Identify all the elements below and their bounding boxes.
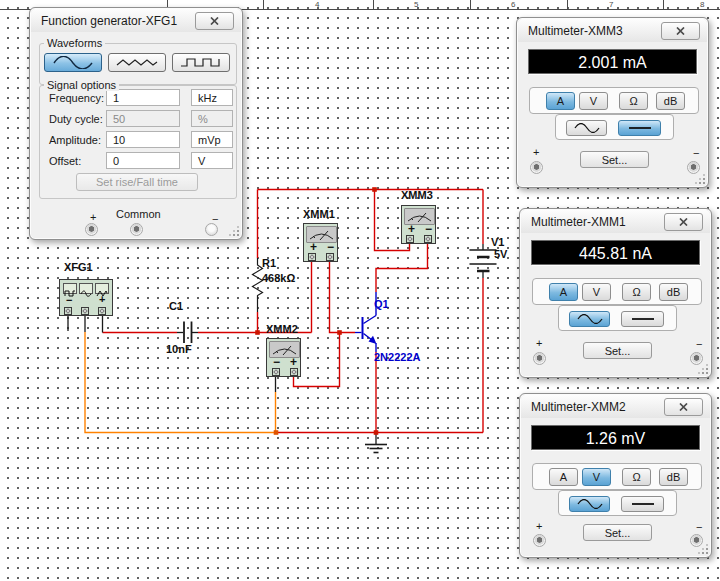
plus-terminal [533,534,546,547]
meter-terminal[interactable] [326,253,334,261]
plus-terminal-label: + [90,211,96,223]
q1-label[interactable]: Q1 [374,298,389,310]
mode-panel: A V Ω dB [529,87,699,114]
current-mode-button[interactable]: A [549,468,578,486]
xmm2-meter-icon[interactable]: − + [266,338,301,377]
resistance-mode-button[interactable]: Ω [622,283,651,301]
r1-label[interactable]: R1 [262,257,276,269]
current-mode-button[interactable]: A [549,283,578,301]
offset-unit[interactable]: V [191,152,233,169]
v1-label[interactable]: V1 [491,236,504,248]
meter-terminal[interactable] [290,368,298,376]
meter-left-sign: + [408,223,415,235]
xfg-common-terminal[interactable] [81,307,89,315]
signal-options-group-label: Signal options [44,79,119,91]
xmm1-label[interactable]: XMM1 [303,208,335,220]
triangle-wave-button[interactable] [108,53,166,72]
ac-mode-button[interactable] [566,120,607,136]
function-generator-titlebar[interactable]: Function generator-XFG1 [31,9,241,32]
duty-cycle-unit[interactable]: % [191,110,233,127]
resize-grip[interactable] [698,544,708,554]
xfg1-label[interactable]: XFG1 [64,261,93,273]
ac-mode-button[interactable] [569,496,610,512]
meter-left-sign: + [310,241,317,253]
window-title: Multimeter-XMM1 [531,215,626,229]
xmm1-meter-icon[interactable]: + − [303,223,338,262]
close-button[interactable] [661,22,700,40]
xmm2-label[interactable]: XMM2 [266,323,298,335]
voltage-mode-button[interactable]: V [582,283,611,301]
offset-input[interactable]: 0 [106,152,180,169]
meter-terminal[interactable] [308,253,316,261]
plus-terminal [530,161,543,174]
sine-wave-button[interactable] [44,53,102,72]
mode-panel: A V Ω dB [532,278,702,305]
close-button[interactable] [664,398,703,416]
frequency-unit[interactable]: kHz [191,89,233,106]
resize-grip[interactable] [229,226,239,236]
meter-terminal[interactable] [272,368,280,376]
battery-v1-symbol[interactable] [470,244,497,278]
q1-value-label[interactable]: 2N2222A [374,351,420,363]
coupling-panel [555,114,674,140]
set-button[interactable]: Set... [583,342,652,359]
resistance-mode-button[interactable]: Ω [622,468,651,486]
amplitude-label: Amplitude: [49,134,101,146]
sine-waveform-icon [79,283,93,294]
xmm3-label[interactable]: XMM3 [401,189,433,201]
multimeter-titlebar[interactable]: Multimeter-XMM3 [518,19,707,42]
resistance-mode-button[interactable]: Ω [619,92,648,110]
decibel-mode-button[interactable]: dB [656,92,685,110]
plus-terminal [85,223,98,236]
ac-mode-icon [576,499,604,509]
resize-grip[interactable] [698,364,708,374]
minus-terminal [687,161,700,174]
minus-terminal-label: − [693,147,699,159]
coupling-panel [558,305,677,331]
set-rise-fall-time-button[interactable]: Set rise/Fall time [76,173,198,191]
window-title: Function generator-XFG1 [41,14,177,28]
decibel-mode-button[interactable]: dB [659,283,688,301]
close-button[interactable] [664,213,703,231]
resistor-r1-symbol[interactable] [253,258,263,312]
multisim-workspace: { "ruler": { "labels": ["4", "5", "6", "… [0,0,720,581]
amplitude-unit[interactable]: mVp [191,131,233,148]
square-wave-button[interactable] [172,53,230,72]
ac-mode-button[interactable] [569,311,610,327]
dc-mode-button[interactable] [618,120,661,136]
r1-value-label[interactable]: 468kΩ [262,272,295,284]
close-icon [679,218,688,226]
meter-terminal[interactable] [406,235,414,243]
decibel-mode-button[interactable]: dB [659,468,688,486]
frequency-input[interactable]: 1 [106,89,180,106]
duty-cycle-input[interactable]: 50 [106,110,180,127]
amplitude-input[interactable]: 10 [106,131,180,148]
resize-grip[interactable] [695,174,705,184]
voltage-mode-button[interactable]: V [582,468,611,486]
close-button[interactable] [195,12,234,30]
multimeter-display: 445.81 nA [531,240,700,265]
square-waveform-icon [179,56,223,69]
dc-mode-button[interactable] [621,311,664,327]
meter-terminal[interactable] [424,235,432,243]
set-button[interactable]: Set... [583,524,652,541]
xfg-plus-terminal[interactable] [98,307,106,315]
v1-value-label[interactable]: 5V [494,248,507,260]
xmm3-meter-icon[interactable]: + − [401,205,436,244]
multimeter-titlebar[interactable]: Multimeter-XMM1 [521,210,710,233]
c1-label[interactable]: C1 [169,300,183,312]
xfg-minus-terminal[interactable] [64,307,72,315]
capacitor-c1-symbol[interactable] [184,322,192,344]
c1-value-label[interactable]: 10nF [166,343,192,355]
function-generator-icon[interactable]: − + [59,279,113,316]
ground-symbol[interactable] [365,433,387,453]
set-button[interactable]: Set... [580,151,649,168]
voltage-mode-button[interactable]: V [579,92,608,110]
current-mode-button[interactable]: A [546,92,575,110]
plus-terminal-label: + [533,146,539,158]
minus-terminal [205,223,218,236]
multimeter-titlebar[interactable]: Multimeter-XMM2 [521,395,710,418]
multimeter-display: 1.26 mV [531,425,700,450]
dc-mode-button[interactable] [621,496,664,512]
multimeter-xmm2-window: Multimeter-XMM2 1.26 mV A V Ω dB + − Set… [519,393,712,558]
